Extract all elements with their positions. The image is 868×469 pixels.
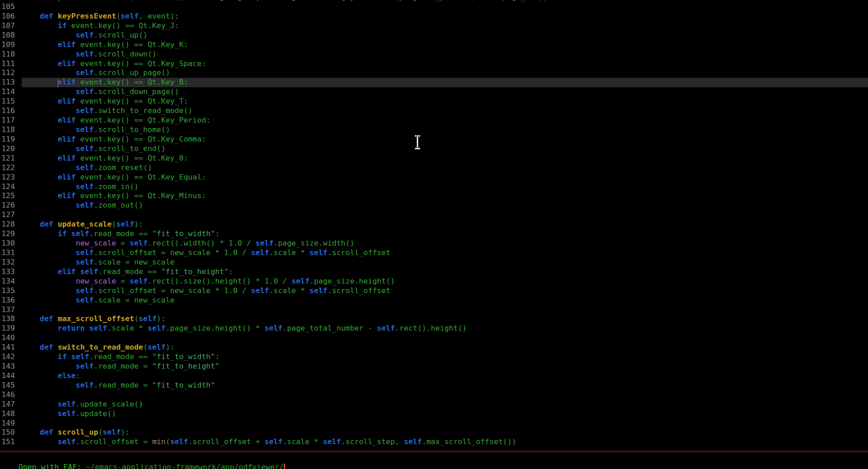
code-line[interactable]: 134 new_scale = self.rect().size().heigh… — [0, 277, 868, 286]
code-text — [22, 390, 868, 400]
code-line[interactable]: 149 — [0, 419, 868, 428]
code-line[interactable]: 132 self.scale = new_scale — [0, 258, 868, 267]
token — [22, 40, 57, 49]
code-line[interactable]: 135 self.scroll_offset = new_scale * 1.0… — [0, 286, 868, 296]
token — [22, 12, 40, 20]
token — [85, 324, 89, 332]
line-number: 149 — [0, 419, 15, 428]
code-line[interactable]: 127 — [0, 210, 868, 220]
code-line[interactable]: 124 self.zoom_in() — [0, 182, 868, 192]
code-line[interactable]: 112 self.scroll_up_page() — [0, 68, 868, 78]
code-text: if self.read_mode == "fit_to_width": — [22, 352, 868, 362]
token: self — [76, 362, 94, 370]
minibuffer-prompt: Open with EAF: — [19, 463, 86, 469]
code-line[interactable]: 147 self.update_scale() — [0, 400, 868, 409]
code-line[interactable]: 144 else: — [0, 371, 868, 381]
code-line[interactable]: 121 elif event.key() == Qt.Key_0: — [0, 154, 868, 163]
code-line[interactable]: 131 self.scroll_offset = new_scale * 1.0… — [0, 248, 868, 258]
token: "fit_to_width" — [152, 352, 215, 361]
code-line[interactable]: 146 — [0, 390, 868, 400]
minibuffer[interactable]: Open with EAF: ~/emacs-application-frame… — [0, 451, 868, 469]
code-text: self.update() — [22, 409, 868, 419]
code-line[interactable]: 114 self.scroll_down_page() — [0, 87, 868, 97]
code-line[interactable]: 106 def keyPressEvent(self, event): — [0, 12, 868, 21]
code-line[interactable]: 119 elif event.key() == Qt.Key_Comma: — [0, 135, 868, 144]
code-line[interactable]: 143 self.read_mode = "fit_to_height" — [0, 362, 868, 371]
code-line[interactable]: 137 — [0, 305, 868, 315]
token: .scale * — [107, 324, 148, 332]
minibuffer-line[interactable]: Open with EAF: ~/emacs-application-frame… — [0, 452, 868, 462]
code-line[interactable]: 130 new_scale = self.rect().width() * 1.… — [0, 239, 868, 248]
token: .rect().size().height() * 1.0 / — [148, 277, 291, 285]
code-line[interactable]: 117 elif event.key() == Qt.Key_Period: — [0, 116, 868, 125]
code-line[interactable]: 142 if self.read_mode == "fit_to_width": — [0, 352, 868, 362]
code-line-clipped: painter.drawText(self.rect(), Qt.AlignRi… — [0, 0, 868, 2]
token — [22, 428, 40, 436]
token: ( — [98, 428, 103, 436]
token: elif — [57, 78, 76, 86]
code-line[interactable]: 128 def update_scale(self): — [0, 220, 868, 229]
token: = — [116, 277, 130, 285]
code-line[interactable]: 120 self.scroll_to_end() — [0, 144, 868, 154]
line-number: 148 — [0, 409, 15, 419]
token — [22, 286, 76, 295]
token: elif — [57, 135, 76, 143]
code-line[interactable]: 109 elif event.key() == Qt.Key_K: — [0, 40, 868, 50]
code-line[interactable]: 115 elif event.key() == Qt.Key_T: — [0, 97, 868, 106]
token: self — [76, 163, 94, 172]
code-line[interactable]: 108 self.scroll_up() — [0, 31, 868, 40]
line-number: 116 — [0, 106, 15, 116]
token: .scroll_offset + — [188, 437, 265, 446]
token: self — [265, 437, 283, 446]
code-line[interactable]: 136 self.scale = new_scale — [0, 296, 868, 305]
code-line[interactable]: 151 self.scroll_offset = min(self.scroll… — [0, 437, 868, 447]
code-line[interactable]: 148 self.update() — [0, 409, 868, 419]
code-line[interactable]: 125 elif event.key() == Qt.Key_Minus: — [0, 191, 868, 201]
code-text: def scroll_up(self): — [22, 428, 868, 437]
token — [22, 173, 57, 181]
code-line[interactable]: 140 — [0, 333, 868, 343]
token: self — [76, 296, 94, 304]
code-line[interactable]: 133 elif self.read_mode == "fit_to_heigh… — [0, 267, 868, 277]
code-editor[interactable]: painter.drawText(self.rect(), Qt.AlignRi… — [0, 0, 868, 451]
token — [22, 31, 76, 39]
line-number: 108 — [0, 31, 15, 40]
code-text: if self.read_mode == "fit_to_width": — [22, 229, 868, 239]
token: self — [76, 201, 94, 209]
code-line[interactable]: 123 elif event.key() == Qt.Key_Equal: — [0, 173, 868, 182]
code-line[interactable]: 105 — [0, 2, 868, 12]
token: elif — [57, 40, 76, 49]
code-line[interactable]: 150 def scroll_up(self): — [0, 428, 868, 437]
code-text: if event.key() == Qt.Key_J: — [22, 21, 868, 31]
code-line[interactable]: 145 self.read_mode = "fit_to_width" — [0, 381, 868, 390]
token: .scroll_offset = new_scale * 1.0 / — [94, 248, 251, 257]
token: event.key() == Qt.Key_T: — [76, 97, 188, 105]
token: .scroll_offset — [328, 286, 391, 295]
code-line[interactable]: 141 def switch_to_read_mode(self): — [0, 343, 868, 352]
line-number: 109 — [0, 40, 15, 50]
token: : — [229, 267, 233, 276]
code-line[interactable]: 111 elif event.key() == Qt.Key_Space: — [0, 59, 868, 69]
token: self — [129, 277, 148, 285]
line-number: 121 — [0, 154, 15, 163]
token: .zoom_reset() — [94, 163, 152, 172]
code-line[interactable]: 110 self.scroll_down() — [0, 50, 868, 59]
minibuffer-input[interactable]: ~/emacs-application-framework/app/pdfvie… — [86, 463, 284, 469]
code-text: elif event.key() == Qt.Key_0: — [22, 154, 868, 163]
code-line[interactable]: 113 elif event.key() == Qt.Key_B: — [0, 78, 868, 87]
code-line[interactable]: 129 if self.read_mode == "fit_to_width": — [0, 229, 868, 239]
token: self — [76, 87, 94, 96]
code-line[interactable]: 107 if event.key() == Qt.Key_J: — [0, 21, 868, 31]
code-line[interactable]: 122 self.zoom_reset() — [0, 163, 868, 173]
token — [53, 343, 58, 351]
token: .read_mode == — [89, 229, 152, 238]
code-text: elif event.key() == Qt.Key_B: — [22, 78, 868, 87]
code-line[interactable]: 118 self.scroll_to_home() — [0, 125, 868, 135]
code-line[interactable]: 116 self.switch_to_read_mode() — [0, 106, 868, 116]
token: self — [264, 324, 282, 332]
code-line[interactable]: 139 return self.scale * self.page_size.h… — [0, 324, 868, 333]
token — [53, 428, 58, 436]
code-line[interactable]: 126 self.zoom_out() — [0, 201, 868, 210]
token: self — [80, 267, 98, 276]
code-line[interactable]: 138 def max_scroll_offset(self): — [0, 314, 868, 324]
